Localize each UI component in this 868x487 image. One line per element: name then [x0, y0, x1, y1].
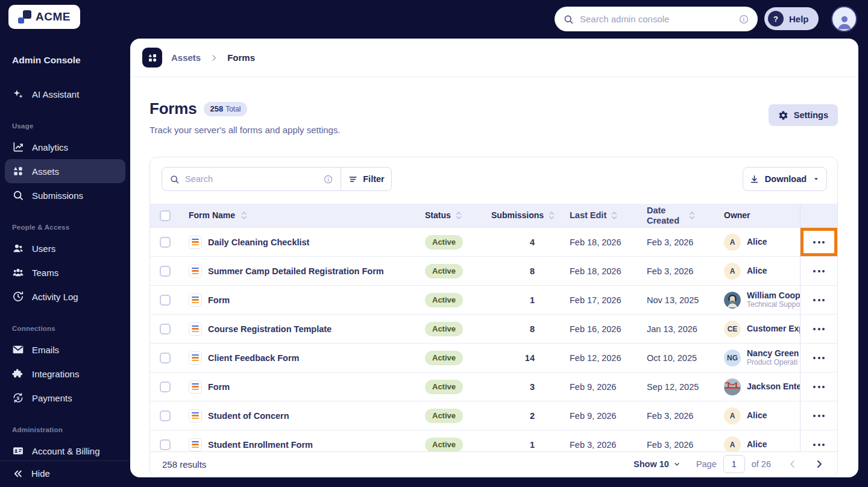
- table-row: Client Feedback FormActive14Feb 12, 2026…: [150, 344, 837, 372]
- form-name-cell[interactable]: Student of Concern: [180, 401, 423, 430]
- puzzle-icon: [12, 368, 24, 380]
- header-cell-checkbox: [150, 204, 180, 227]
- sidebar-item-payments[interactable]: $Payments: [5, 386, 125, 410]
- owner-name: Customer Exp: [747, 324, 800, 334]
- row-checkbox[interactable]: [160, 237, 171, 248]
- row-checkbox[interactable]: [160, 439, 171, 450]
- table-search-input[interactable]: [185, 174, 318, 184]
- sidebar-item-account-billing[interactable]: Account & Billing: [5, 439, 125, 463]
- column-header-form-name[interactable]: Form Name: [180, 204, 423, 227]
- table-row: FormActive3Feb 9, 2026Sep 12, 2025Jackso…: [150, 372, 837, 401]
- row-actions-button[interactable]: [800, 401, 837, 430]
- assets-icon: [142, 48, 162, 68]
- sidebar-sections: UsageAnalyticsAssetsSubmissionsPeople & …: [0, 122, 130, 463]
- sidebar-hide-button[interactable]: Hide: [0, 460, 130, 486]
- table-search-group: Filter: [162, 167, 392, 191]
- owner-cell: AAlice: [711, 401, 800, 430]
- gear-icon: [778, 110, 788, 121]
- row-actions-button[interactable]: [800, 315, 837, 343]
- owner-name: William Coope: [747, 291, 800, 301]
- row-checkbox[interactable]: [160, 382, 171, 392]
- row-actions-button[interactable]: [800, 372, 837, 401]
- row-actions-button[interactable]: [800, 228, 837, 256]
- sidebar-item-label: Teams: [32, 268, 58, 278]
- chevron-down-icon: [673, 460, 681, 468]
- page-size-label: Show 10: [634, 459, 669, 469]
- question-icon: ?: [768, 11, 784, 27]
- form-name: Daily Cleaning Checklist: [208, 237, 309, 247]
- sidebar-item-label: Assets: [32, 166, 59, 177]
- svg-text:$: $: [17, 395, 20, 401]
- row-checkbox[interactable]: [160, 410, 171, 421]
- column-header-date-created[interactable]: Date Created: [635, 204, 711, 227]
- page-total-label: of 26: [752, 459, 771, 469]
- select-all-checkbox[interactable]: [160, 210, 171, 221]
- row-checkbox[interactable]: [160, 266, 171, 277]
- last-edit-cell: Feb 12, 2026: [558, 344, 635, 372]
- sidebar-item-submissions[interactable]: Submissions: [5, 183, 125, 207]
- previous-page-button[interactable]: [787, 458, 799, 470]
- form-name-cell[interactable]: Form: [180, 372, 423, 401]
- column-header-owner: Owner: [711, 204, 800, 227]
- form-name-cell[interactable]: Summer Camp Detailed Registration Form: [180, 257, 423, 285]
- search-icon: [12, 189, 24, 201]
- column-header-status[interactable]: Status: [423, 204, 489, 227]
- status-badge: Active: [425, 264, 463, 278]
- date-created-cell: Sep 12, 2025: [635, 372, 711, 401]
- info-icon: [323, 174, 333, 184]
- last-edit-cell: Feb 17, 2026: [558, 286, 635, 314]
- sidebar-item-analytics[interactable]: Analytics: [5, 135, 125, 159]
- row-actions-button[interactable]: [800, 257, 837, 285]
- page-size-select[interactable]: Show 10: [634, 459, 681, 469]
- breadcrumb: Assets Forms: [130, 39, 858, 77]
- owner-name: Alice: [747, 439, 767, 450]
- owner-avatar: NG: [724, 350, 741, 366]
- form-name-cell[interactable]: Form: [180, 286, 423, 314]
- page-number-input[interactable]: [723, 455, 745, 473]
- sidebar-item-users[interactable]: Users: [5, 236, 125, 260]
- sidebar-item-label: Account & Billing: [32, 446, 100, 456]
- status-cell: Active: [423, 228, 489, 256]
- sidebar-item-label: Submissions: [32, 190, 83, 201]
- row-actions-button[interactable]: [800, 344, 837, 372]
- acme-logo[interactable]: ACME: [8, 5, 80, 29]
- ellipsis-icon: [813, 270, 825, 272]
- owner-avatar: A: [724, 234, 741, 251]
- next-page-button[interactable]: [813, 458, 825, 470]
- table-body: Daily Cleaning ChecklistActive4Feb 18, 2…: [150, 228, 837, 459]
- admin-search-input[interactable]: [580, 14, 732, 24]
- sidebar-item-emails[interactable]: Emails: [5, 338, 125, 362]
- row-checkbox[interactable]: [160, 324, 171, 335]
- column-header-submissions[interactable]: Submissions: [489, 204, 558, 227]
- table-row: Student of ConcernActive2Feb 9, 2026Feb …: [150, 401, 837, 430]
- form-name-cell[interactable]: Course Registration Template: [180, 315, 423, 343]
- form-name: Form: [208, 382, 230, 392]
- owner-cell: AAlice: [711, 257, 800, 285]
- form-name-cell[interactable]: Daily Cleaning Checklist: [180, 228, 423, 256]
- sidebar-section-label: Connections: [12, 325, 118, 332]
- date-created-cell: Nov 13, 2025: [635, 286, 711, 314]
- user-avatar[interactable]: [831, 6, 857, 32]
- settings-button[interactable]: Settings: [769, 104, 838, 126]
- help-button[interactable]: ? Help: [764, 7, 819, 30]
- sidebar-item-ai-assistant[interactable]: AI Assistant: [5, 82, 125, 106]
- sidebar-item-teams[interactable]: Teams: [5, 260, 125, 284]
- row-checkbox[interactable]: [160, 295, 171, 306]
- sidebar-item-label: AI Assistant: [32, 89, 79, 99]
- form-name-cell[interactable]: Client Feedback Form: [180, 344, 423, 372]
- row-actions-button[interactable]: [800, 286, 837, 314]
- sidebar-item-label: Payments: [32, 393, 72, 403]
- filter-button[interactable]: Filter: [341, 168, 391, 190]
- sidebar-item-label: Emails: [32, 345, 59, 355]
- sidebar-item-assets[interactable]: Assets: [5, 159, 125, 183]
- column-header-last-edit[interactable]: Last Edit: [558, 204, 635, 227]
- owner-name: Alice: [747, 266, 767, 276]
- breadcrumb-assets[interactable]: Assets: [171, 52, 201, 63]
- owner-name: Alice: [747, 237, 767, 247]
- download-button[interactable]: Download: [743, 167, 827, 191]
- sidebar-item-integrations[interactable]: Integrations: [5, 362, 125, 386]
- sidebar-item-activity-log[interactable]: Activity Log: [5, 284, 125, 309]
- form-name: Form: [208, 295, 230, 305]
- status-badge: Active: [425, 322, 463, 336]
- row-checkbox[interactable]: [160, 353, 171, 363]
